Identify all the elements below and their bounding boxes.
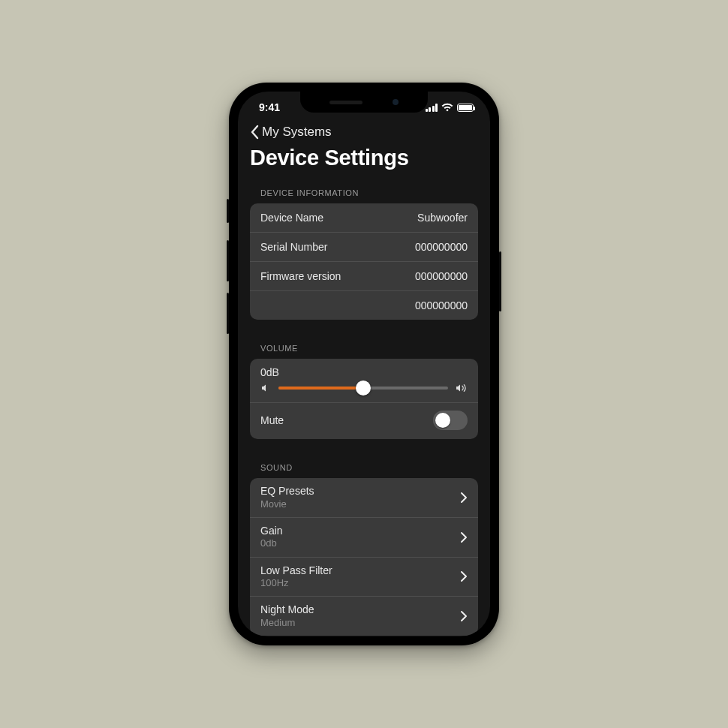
- back-button[interactable]: My Systems: [250, 123, 478, 146]
- row-subtitle: 0db: [260, 537, 283, 549]
- row-value: 000000000: [415, 270, 468, 282]
- volume-slider-fill: [278, 387, 363, 390]
- device-info-card: Device Name Subwoofer Serial Number 0000…: [250, 203, 478, 320]
- mute-label: Mute: [260, 414, 284, 426]
- row-firmware-version: Firmware version 000000000: [250, 262, 478, 291]
- phone-frame: 9:41 My Systems Device Settings DEVI: [229, 83, 499, 645]
- chevron-right-icon: [460, 492, 468, 504]
- volume-slider-thumb[interactable]: [356, 381, 371, 396]
- volume-value-label: 0dB: [260, 366, 468, 378]
- volume-low-icon: [260, 383, 271, 393]
- cellular-signal-icon: [426, 104, 438, 112]
- back-label: My Systems: [262, 125, 332, 140]
- row-subtitle: 100Hz: [260, 577, 332, 589]
- row-device-name[interactable]: Device Name Subwoofer: [250, 203, 478, 233]
- mute-toggle[interactable]: [433, 411, 468, 430]
- row-label: Firmware version: [260, 270, 341, 282]
- power-button: [499, 251, 501, 311]
- volume-slider[interactable]: [278, 387, 448, 390]
- section-header-sound: SOUND: [250, 456, 478, 478]
- volume-high-icon: [456, 383, 468, 393]
- row-title: Gain: [260, 525, 283, 538]
- chevron-right-icon: [460, 570, 468, 582]
- battery-icon: [457, 104, 474, 112]
- row-night-mode[interactable]: Night Mode Medium: [250, 597, 478, 636]
- row-value: Subwoofer: [417, 212, 468, 224]
- row-label: Device Name: [260, 212, 323, 224]
- section-header-volume: VOLUME: [250, 336, 478, 359]
- row-eq-presets[interactable]: EQ Presets Movie: [250, 478, 478, 518]
- row-value: 000000000: [415, 299, 468, 311]
- chevron-right-icon: [460, 610, 468, 622]
- page-title: Device Settings: [250, 146, 478, 181]
- row-label: Serial Number: [260, 241, 327, 253]
- wifi-icon: [441, 103, 453, 112]
- row-extra: 000000000: [250, 291, 478, 320]
- volume-up-button: [227, 240, 229, 281]
- volume-card: 0dB Mute: [250, 359, 478, 439]
- row-title: Low Pass Filter: [260, 564, 332, 578]
- section-header-device-info: DEVICE INFORMATION: [250, 181, 478, 203]
- notch: [300, 92, 428, 113]
- status-time: 9:41: [259, 101, 280, 113]
- screen: 9:41 My Systems Device Settings DEVI: [238, 92, 490, 636]
- volume-down-button: [227, 293, 229, 334]
- toggle-knob: [435, 413, 450, 428]
- chevron-left-icon: [250, 125, 260, 140]
- row-subtitle: Medium: [260, 617, 314, 629]
- row-low-pass-filter[interactable]: Low Pass Filter 100Hz: [250, 558, 478, 597]
- sound-card: EQ Presets Movie Gain 0db Low Pass Filte…: [250, 478, 478, 636]
- row-title: EQ Presets: [260, 485, 314, 498]
- row-value: 000000000: [415, 241, 468, 253]
- row-subtitle: Movie: [260, 498, 314, 510]
- row-gain[interactable]: Gain 0db: [250, 518, 478, 558]
- side-button: [227, 199, 229, 223]
- row-title: Night Mode: [260, 603, 314, 617]
- chevron-right-icon: [460, 531, 468, 543]
- row-serial-number: Serial Number 000000000: [250, 233, 478, 262]
